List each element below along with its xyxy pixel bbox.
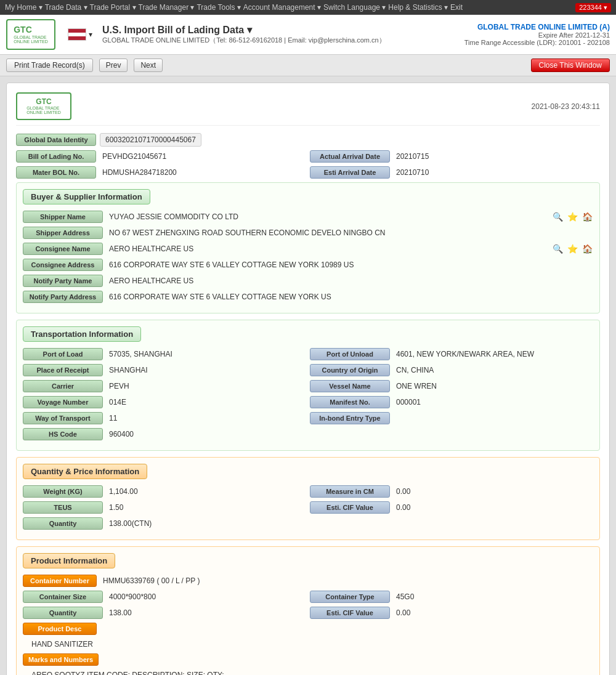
consignee-home-icon[interactable]: 🏠	[581, 243, 593, 255]
nav-trade-data[interactable]: Trade Data ▾	[45, 3, 87, 12]
port-of-unload-label: Port of Unload	[310, 348, 390, 360]
country-of-origin-label: Country of Origin	[310, 364, 390, 376]
logo: GTC GLOBAL TRADE ONLINE LIMITED	[6, 19, 55, 50]
consignee-star-icon[interactable]: ⭐	[566, 243, 578, 255]
consignee-icons: 🔍 ⭐ 🏠	[551, 243, 593, 255]
print-button-top[interactable]: Print Trade Record(s)	[6, 59, 93, 72]
record-timestamp: 2021-08-23 20:43:11	[532, 102, 600, 111]
shipper-home-icon[interactable]: 🏠	[581, 211, 593, 223]
container-row2: Quantity 138.00 Esti. CIF Value 0.00	[23, 607, 593, 623]
card-logo: GTC GLOBAL TRADE ONLINE LIMITED	[16, 92, 71, 120]
actual-arrival-label: Actual Arrival Date	[310, 150, 390, 163]
buyer-supplier-section: Buyer & Supplier Information Shipper Nam…	[16, 182, 600, 313]
user-badge[interactable]: 223344 ▾	[575, 3, 611, 12]
consignee-address-label: Consignee Address	[23, 259, 103, 271]
esti-cif-label: Esti. CIF Value	[310, 501, 390, 514]
shipper-star-icon[interactable]: ⭐	[566, 211, 578, 223]
way-of-transport-label: Way of Transport	[23, 412, 103, 424]
nav-exit[interactable]: Exit	[450, 3, 463, 12]
expire-info: Expire After 2021-12-31	[464, 31, 610, 39]
logo-area: GTC GLOBAL TRADE ONLINE LIMITED	[6, 19, 55, 50]
consignee-name-label: Consignee Name	[23, 243, 103, 255]
logo-text: GTC	[14, 25, 48, 34]
consignee-address-row: Consignee Address 616 CORPORATE WAY STE …	[23, 259, 593, 271]
port-of-load-label: Port of Load	[23, 348, 103, 360]
weight-label: Weight (KG)	[23, 485, 103, 498]
nav-trade-manager[interactable]: Trade Manager ▾	[139, 3, 195, 12]
quantity-label: Quantity	[23, 517, 103, 530]
container-type-row: Container Type 45G0	[310, 591, 593, 603]
container-size-value: 4000*900*800	[107, 591, 306, 602]
voyage-number-row: Voyage Number 014E	[23, 396, 306, 408]
place-of-receipt-row: Place of Receipt SHANGHAI	[23, 364, 306, 376]
teus-label: TEUS	[23, 501, 103, 514]
product-info-section: Product Information Container Number HMM…	[16, 546, 600, 675]
notify-party-address-label: Notify Party Address	[23, 291, 103, 303]
shipper-address-value: NO 67 WEST ZHENGXING ROAD SOUTHERN ECONO…	[107, 227, 593, 238]
hs-code-row: HS Code 960400	[23, 428, 593, 440]
page-title-area: U.S. Import Bill of Lading Data ▾ GLOBAL…	[102, 24, 464, 45]
measure-cm-label: Measure in CM	[310, 485, 390, 498]
bol-no-value: PEVHDG21045671	[100, 151, 306, 162]
teus-row: TEUS 1.50	[23, 501, 306, 514]
master-bol-field-row: Mater BOL No. HDMUSHA284718200	[16, 166, 306, 179]
card-logo-sub2: ONLINE LIMITED	[26, 110, 61, 115]
next-button-top[interactable]: Next	[134, 59, 163, 72]
time-range: Time Range Accessible (LDR): 201001 - 20…	[464, 39, 610, 46]
consignee-search-icon[interactable]: 🔍	[551, 243, 564, 255]
global-data-id-label: Global Data Identity	[16, 134, 96, 146]
page-subtitle: GLOBAL TRADE ONLINE LIMITED（Tel: 86-512-…	[102, 36, 464, 45]
vessel-name-label: Vessel Name	[310, 380, 390, 392]
in-bond-entry-label: In-bond Entry Type	[310, 412, 390, 424]
top-action-bar: Print Trade Record(s) Prev Next Close Th…	[0, 55, 616, 76]
close-button-top[interactable]: Close This Window	[531, 59, 610, 72]
place-of-receipt-label: Place of Receipt	[23, 364, 103, 376]
page-title: U.S. Import Bill of Lading Data ▾	[102, 24, 464, 36]
prev-button-top[interactable]: Prev	[99, 59, 128, 72]
esti-arrival-label: Esti Arrival Date	[310, 166, 390, 179]
company-name: GLOBAL TRADE ONLINE LIMITED (A)	[464, 23, 610, 31]
master-bol-label: Mater BOL No.	[16, 166, 96, 179]
bol-no-row: Bill of Lading No. PEVHDG21045671	[16, 150, 306, 163]
transport-row2: Place of Receipt SHANGHAI Country of Ori…	[23, 364, 593, 380]
product-esti-cif-row: Esti. CIF Value 0.00	[310, 607, 593, 619]
card-logo-text: GTC	[26, 98, 61, 106]
notify-party-address-value: 616 CORPORATE WAY STE 6 VALLEY COTTAGE N…	[107, 291, 593, 302]
product-quantity-value: 138.00	[107, 607, 306, 618]
quantity-value: 138.00(CTN)	[107, 518, 593, 529]
product-esti-cif-label: Esti. CIF Value	[310, 607, 390, 619]
container-number-value: HMMU6339769 ( 00 / L / PP )	[100, 575, 593, 586]
teus-value: 1.50	[107, 502, 306, 513]
hs-code-value: 960400	[107, 429, 593, 440]
vessel-name-value: ONE WREN	[394, 381, 593, 392]
shipper-address-row: Shipper Address NO 67 WEST ZHENGXING ROA…	[23, 227, 593, 239]
esti-arrival-value: 20210710	[394, 167, 600, 178]
transport-row3: Carrier PEVH Vessel Name ONE WREN	[23, 380, 593, 396]
transport-row5: Way of Transport 11 In-bond Entry Type	[23, 412, 593, 428]
measure-cm-value: 0.00	[394, 486, 593, 497]
container-size-row: Container Size 4000*900*800	[23, 591, 306, 603]
port-of-load-value: 57035, SHANGHAI	[107, 349, 306, 360]
nav-my-home[interactable]: My Home ▾	[5, 3, 43, 12]
flag-selector[interactable]: ▾	[68, 28, 92, 41]
shipper-search-icon[interactable]: 🔍	[551, 211, 564, 223]
vessel-name-row: Vessel Name ONE WREN	[310, 380, 593, 392]
nav-switch-language[interactable]: Switch Language ▾	[323, 3, 386, 12]
shipper-icons: 🔍 ⭐ 🏠	[551, 211, 593, 223]
product-quantity-label: Quantity	[23, 607, 103, 619]
transportation-header: Transportation Information	[23, 326, 141, 342]
consignee-address-value: 616 CORPORATE WAY STE 6 VALLEY COTTAGE N…	[107, 259, 593, 270]
nav-trade-tools[interactable]: Trade Tools ▾	[197, 3, 240, 12]
voyage-number-label: Voyage Number	[23, 396, 103, 408]
place-of-receipt-value: SHANGHAI	[107, 365, 306, 376]
nav-trade-portal[interactable]: Trade Portal ▾	[90, 3, 136, 12]
account-info: GLOBAL TRADE ONLINE LIMITED (A) Expire A…	[464, 23, 610, 46]
card-header: GTC GLOBAL TRADE ONLINE LIMITED 2021-08-…	[16, 92, 600, 126]
weight-row: Weight (KG) 1,104.00	[23, 485, 306, 498]
container-type-label: Container Type	[310, 591, 390, 603]
manifest-no-row: Manifest No. 000001	[310, 396, 593, 408]
nav-account-management[interactable]: Account Management ▾	[243, 3, 321, 12]
container-size-label: Container Size	[23, 591, 103, 603]
nav-help-statistics[interactable]: Help & Statistics ▾	[388, 3, 448, 12]
marks-numbers-value: AREO SOOTYZ ITEM CODE: DESCRIPTION: SIZE…	[29, 669, 593, 675]
